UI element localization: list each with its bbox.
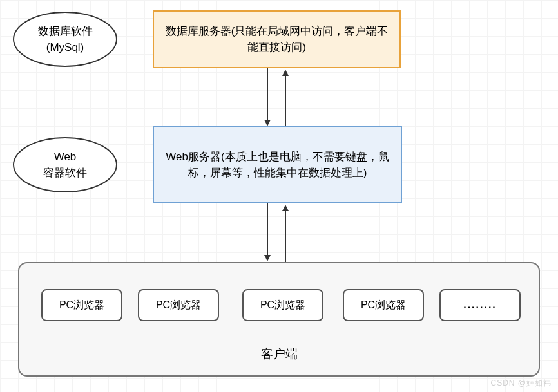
client-title: 客户端 [19,346,539,362]
watermark: CSDN @姬如祎 [490,378,552,389]
web-server-box: Web服务器(本质上也是电脑，不需要键盘，鼠标，屏幕等，性能集中在数据处理上) [153,126,402,203]
browser-item: PC浏览器 [138,289,219,321]
arrow-web-db-right-head [282,70,289,76]
browser-item: PC浏览器 [242,289,323,321]
arrow-web-client-left-head [264,255,271,261]
arrow-web-db-right [285,75,286,127]
db-software-ellipse: 数据库软件 (MySql) [13,12,117,67]
arrow-client-web-right [285,210,286,263]
arrow-db-web-left [267,68,268,121]
arrow-db-web-left-head [264,120,271,126]
client-container: PC浏览器 PC浏览器 PC浏览器 PC浏览器 ........ 客户端 [18,262,540,377]
browser-more: ........ [439,289,521,321]
browser-item: PC浏览器 [41,289,122,321]
web-container-ellipse: Web 容器软件 [13,137,117,192]
browser-item: PC浏览器 [343,289,424,321]
arrow-client-web-right-head [282,205,289,211]
arrow-web-client-left [267,203,268,256]
db-server-box: 数据库服务器(只能在局域网中访问，客户端不能直接访问) [153,10,401,68]
ellipsis-text: ........ [463,299,497,311]
